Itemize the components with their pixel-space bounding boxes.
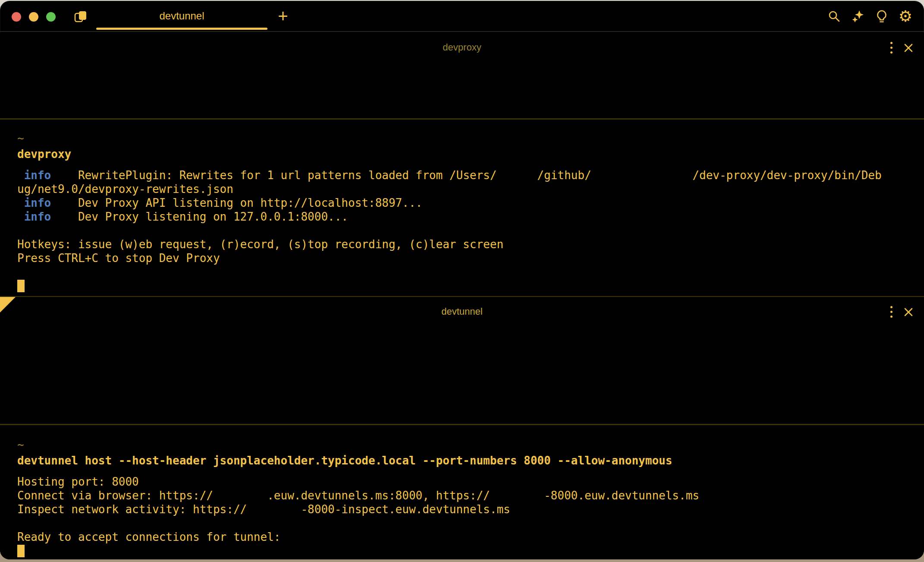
terminal-text: Inspect network activity: https:// -8000… [17,503,510,516]
output-line: Connect via browser: https:// .euw.devtu… [17,489,915,502]
blank-line [17,224,915,237]
pane-close-icon[interactable] [901,304,916,319]
command-line: devtunnel host --host-header jsonplaceho… [17,454,915,467]
blank-line [17,516,915,530]
output-line: Ready to accept connections for tunnel: [17,530,915,544]
block-divider [0,118,924,120]
terminal-text: info [17,196,51,209]
settings-gear-icon[interactable]: ⚙ [899,9,912,24]
terminal-text: devproxy [17,148,71,161]
terminal-text: Dev Proxy listening on 127.0.0.1:8000... [51,210,348,223]
cursor-line [17,544,915,558]
pane-menu-icon[interactable] [887,305,896,318]
terminal-text: Ready to accept connections for tunnel: [17,530,280,543]
terminal-cursor [17,280,25,292]
terminal-text: info [17,169,51,182]
terminal-text: Connect via browser: https:// .euw.devtu… [17,489,699,502]
terminal-output-devtunnel[interactable]: ~devtunnel host --host-header jsonplaceh… [17,438,915,558]
active-tab-underline [96,28,267,30]
output-line: info Dev Proxy API listening on http://l… [17,196,915,210]
terminal-text: Press CTRL+C to stop Dev Proxy [17,252,220,265]
ai-sparkles-icon[interactable] [852,9,864,24]
output-line: info Dev Proxy listening on 127.0.0.1:80… [17,210,915,224]
maximize-window-button[interactable] [46,12,56,22]
output-line: Inspect network activity: https:// -8000… [17,502,915,516]
terminal-text: ug/net9.0/devproxy-rewrites.json [17,183,233,196]
minimize-window-button[interactable] [29,12,38,22]
pane-menu-icon[interactable] [887,41,896,54]
pane-devtunnel-header: devtunnel [0,303,924,320]
tab-label: devtunnel [159,10,204,22]
prompt-path: ~ [17,131,915,145]
output-line: ug/net9.0/devproxy-rewrites.json [17,182,915,196]
terminal-text: Hosting port: 8000 [17,475,139,488]
lightbulb-icon[interactable] [875,9,888,24]
terminal-text: info [17,210,51,223]
search-icon[interactable] [828,9,841,24]
panels-icon[interactable] [73,9,88,24]
output-line: Hotkeys: issue (w)eb request, (r)ecord, … [17,237,915,251]
close-window-button[interactable] [12,12,21,22]
block-divider [0,424,924,425]
prompt-path: ~ [17,438,915,451]
terminal-text: ~ [17,438,24,451]
terminal-output-devproxy[interactable]: ~devproxy info RewritePlugin: Rewrites f… [17,131,915,293]
terminal-text: Dev Proxy API listening on http://localh… [51,196,422,209]
pane-devproxy-header: devproxy [0,39,924,56]
pane-close-icon[interactable] [901,40,916,55]
terminal-cursor [17,545,25,557]
output-line: info RewritePlugin: Rewrites for 1 url p… [17,168,915,182]
titlebar: devtunnel + [0,1,924,32]
terminal-text: RewritePlugin: Rewrites for 1 url patter… [51,169,881,182]
terminal-text: devtunnel host --host-header jsonplaceho… [17,454,672,467]
pane-devtunnel: devtunnel ~devtunnel host --host-header … [0,297,924,559]
terminal-text: Hotkeys: issue (w)eb request, (r)ecord, … [17,238,503,251]
output-line: Press CTRL+C to stop Dev Proxy [17,251,915,265]
new-tab-button[interactable]: + [274,8,292,25]
pane-title: devtunnel [0,303,924,320]
pane-devproxy: devproxy ~devproxy info RewritePlugin: R… [0,33,924,296]
tab-devtunnel[interactable]: devtunnel [96,1,267,31]
pane-title: devproxy [0,39,924,56]
terminal-text: ~ [17,132,24,145]
blank-line [17,265,915,279]
traffic-lights [12,12,56,22]
terminal-window: devtunnel + [0,1,924,559]
output-line: Hosting port: 8000 [17,475,915,489]
cursor-line [17,279,915,293]
command-line: devproxy [17,147,915,161]
